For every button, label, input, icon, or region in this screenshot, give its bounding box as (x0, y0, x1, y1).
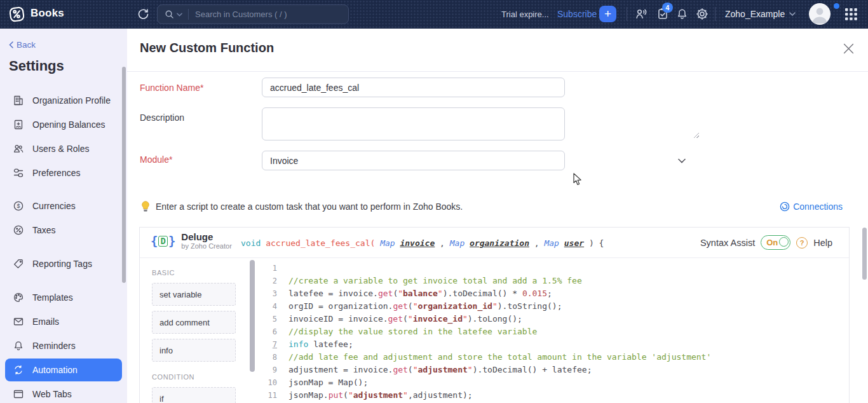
main-panel: New Custom Function Function Name* Descr… (127, 29, 868, 403)
line-number: 1 (258, 262, 277, 275)
line-number: 3 (258, 287, 277, 300)
help-icon[interactable]: ? (796, 237, 808, 249)
sidebar-item-currencies[interactable]: $Currencies (5, 194, 122, 218)
sidebar-item-preferences[interactable]: Preferences (5, 161, 122, 185)
toggle-knob (779, 237, 789, 247)
snippet-palette: BASICset variableadd commentinfoCONDITIO… (140, 259, 248, 403)
code-line: //display the value stored in the latefe… (288, 325, 849, 338)
function-name-input[interactable] (262, 78, 565, 97)
line-number: 6 (258, 325, 277, 338)
preferences-icon (13, 167, 24, 179)
sidebar-item-users-roles[interactable]: Users & Roles (5, 137, 122, 161)
org-selector[interactable]: Zoho_Example (725, 9, 796, 19)
status-dot (834, 3, 839, 9)
help-label[interactable]: Help (813, 238, 832, 248)
trial-status-text: Trial expire... (501, 10, 549, 19)
deluge-brand: {D} Deluge by Zoho Creator (151, 232, 232, 250)
resize-handle-icon[interactable] (693, 132, 699, 138)
referral-icon[interactable] (635, 8, 648, 20)
deluge-byline: by Zoho Creator (181, 242, 231, 250)
sidebar-item-taxes[interactable]: Taxes (5, 218, 122, 242)
function-name-label: Function Name* (140, 83, 203, 93)
user-avatar[interactable] (809, 3, 831, 25)
bell-icon[interactable] (676, 8, 688, 20)
org-name: Zoho_Example (725, 9, 785, 19)
snippet-set-variable-button[interactable]: set variable (152, 283, 236, 306)
gear-icon[interactable] (696, 8, 709, 20)
line-number: 10 (258, 376, 277, 389)
description-label: Description (140, 113, 184, 123)
search-scope-caret-icon[interactable] (177, 13, 182, 17)
deluge-logo-icon: {D} (151, 234, 175, 248)
snippet-if-button[interactable]: if (152, 387, 236, 403)
code-line: jsonMap = Map(); (288, 376, 849, 389)
code-line: //add late fee and adjustment and store … (288, 351, 849, 364)
top-navbar: Books Search in Customers ( / ) Trial ex… (0, 0, 868, 29)
editor-body: BASICset variableadd commentinfoCONDITIO… (140, 259, 849, 403)
line-number: 11 (258, 389, 277, 402)
line-number: 9 (258, 364, 277, 376)
palette-icon (13, 292, 24, 303)
bulb-icon (141, 201, 150, 212)
description-input[interactable] (262, 107, 565, 140)
close-icon[interactable] (843, 43, 854, 54)
line-number: 2 (258, 275, 277, 287)
code-area[interactable]: //create a variable to get invoice total… (283, 259, 849, 403)
line-number-gutter: 1234567891011 (258, 259, 283, 403)
app-title: Books (31, 7, 64, 20)
web-icon (13, 388, 24, 400)
module-select[interactable]: Invoice (262, 151, 565, 170)
palette-group-basic: BASICset variableadd commentinfo (152, 269, 248, 362)
main-scrollbar-thumb[interactable] (862, 228, 867, 280)
editor-scrollbar-thumb[interactable] (250, 260, 255, 372)
notification-count-badge: 4 (662, 3, 673, 13)
sidebar-item-web-tabs[interactable]: Web Tabs (5, 382, 122, 403)
search-placeholder: Search in Customers ( / ) (195, 10, 287, 19)
topbar-divider (627, 7, 627, 21)
module-selected-value: Invoice (270, 156, 298, 166)
chevron-left-icon (9, 41, 13, 48)
code-line: jsonMap.put("adjustment",adjustment); (288, 389, 849, 402)
reload-icon[interactable] (137, 8, 149, 20)
page-title: New Custom Function (140, 41, 274, 55)
deluge-editor: {D} Deluge by Zoho Creator void accrued_… (139, 227, 850, 403)
select-chevron-down-icon (678, 158, 686, 163)
function-signature: void accrued_late_fees_cal( Map invoice … (241, 238, 604, 248)
sidebar-item-organization-profile[interactable]: Organization Profile (5, 88, 122, 113)
syntax-assist-label: Syntax Assist (700, 238, 755, 248)
module-label: Module* (140, 154, 172, 165)
back-button[interactable]: Back (9, 40, 47, 50)
line-number: 8 (258, 351, 277, 364)
sidebar-items: Organization ProfileOpening BalancesUser… (0, 88, 127, 403)
sidebar-scrollbar[interactable] (122, 67, 126, 283)
sidebar-item-reminders[interactable]: Reminders (5, 334, 122, 358)
code-line: adjustment = invoice.get("adjustment").t… (288, 364, 849, 376)
code-line: latefee = invoice.get("balance").toDecim… (288, 287, 849, 300)
chevron-down-icon (789, 12, 796, 16)
quick-create-button[interactable]: + (599, 6, 616, 22)
syntax-assist-toggle[interactable]: On (761, 235, 790, 250)
connections-link[interactable]: Connections (780, 202, 843, 212)
sidebar-item-opening-balances[interactable]: Opening Balances (5, 113, 122, 137)
org-icon (13, 95, 24, 106)
settings-sidebar: Back Settings Organization ProfileOpenin… (0, 29, 127, 403)
global-search[interactable]: Search in Customers ( / ) (157, 4, 349, 24)
sidebar-item-reporting-tags[interactable]: Reporting Tags (5, 252, 122, 276)
editor-header: {D} Deluge by Zoho Creator void accrued_… (140, 228, 849, 258)
code-line (288, 262, 849, 275)
code-line: info latefee; (288, 338, 849, 351)
snippet-add-comment-button[interactable]: add comment (152, 311, 236, 334)
snippet-info-button[interactable]: info (152, 339, 236, 362)
code-line: invoiceID = invoice.get("invoice_id").to… (288, 313, 849, 325)
sidebar-item-templates[interactable]: Templates (5, 285, 122, 310)
apps-grid-icon[interactable] (845, 8, 857, 20)
percent-icon (13, 224, 24, 236)
search-divider (188, 9, 189, 20)
sidebar-item-emails[interactable]: Emails (5, 310, 122, 334)
editor-scrollbar[interactable] (248, 259, 258, 403)
palette-group-title: CONDITION (152, 373, 248, 381)
sidebar-item-automation[interactable]: Automation (5, 359, 122, 381)
svg-text:$: $ (17, 203, 20, 209)
subscribe-link[interactable]: Subscribe (557, 9, 597, 19)
bell-icon (13, 340, 24, 352)
